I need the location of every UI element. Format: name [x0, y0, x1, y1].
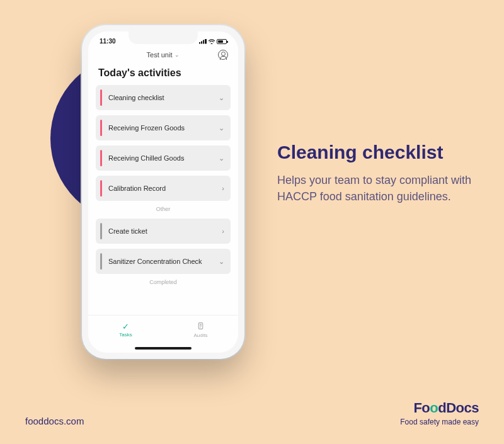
phone-mockup: 11:30 Test unit ⌄ Today's activities Cle… [82, 25, 244, 359]
footer-brand: FoodDocs Food safety made easy [400, 400, 479, 426]
chevron-down-icon: ⌄ [219, 258, 224, 266]
chevron-right-icon: › [222, 227, 224, 235]
marketing-title: Cleaning checklist [277, 142, 479, 163]
chevron-down-icon: ⌄ [219, 124, 224, 132]
item-label: Cleaning checklist [108, 94, 219, 101]
accent-bar [100, 180, 102, 196]
app-header: Test unit ⌄ [88, 46, 238, 62]
page-title: Today's activities [88, 62, 238, 85]
unit-label: Test unit [147, 51, 173, 59]
accent-bar [100, 150, 102, 166]
activity-item-sanitizer-check[interactable]: Sanitizer Concentration Check ⌄ [96, 249, 231, 274]
tab-label: Audits [193, 333, 207, 338]
marketing-body: Helps your team to stay compliant with H… [277, 172, 479, 205]
item-label: Receiving Frozen Goods [108, 124, 219, 132]
status-time: 11:30 [100, 38, 116, 45]
section-completed-label: Completed [96, 279, 231, 285]
home-indicator[interactable] [88, 344, 238, 353]
profile-icon[interactable] [218, 50, 228, 60]
brand-logo: FoodDocs [400, 400, 479, 416]
activity-list: Cleaning checklist ⌄ Receiving Frozen Go… [88, 85, 238, 315]
activity-item-cleaning-checklist[interactable]: Cleaning checklist ⌄ [96, 85, 231, 110]
tab-audits[interactable]: Audits [163, 316, 238, 344]
item-label: Calibration Record [108, 185, 222, 192]
item-label: Sanitizer Concentration Check [108, 258, 219, 265]
section-other-label: Other [96, 206, 231, 212]
wifi-icon [209, 39, 215, 44]
tab-tasks[interactable]: ✓ Tasks [88, 316, 163, 344]
accent-bar [100, 223, 102, 239]
activity-item-receiving-frozen[interactable]: Receiving Frozen Goods ⌄ [96, 115, 231, 140]
unit-selector[interactable]: Test unit ⌄ [147, 51, 180, 59]
accent-bar [100, 89, 102, 106]
battery-icon [217, 39, 227, 44]
footer-url: fooddocs.com [25, 416, 84, 426]
item-label: Create ticket [108, 227, 222, 235]
chevron-down-icon: ⌄ [219, 94, 224, 102]
clipboard-icon [197, 322, 205, 331]
tab-label: Tasks [119, 332, 132, 338]
marketing-copy: Cleaning checklist Helps your team to st… [277, 142, 479, 205]
phone-screen: 11:30 Test unit ⌄ Today's activities Cle… [88, 31, 238, 353]
bottom-nav: ✓ Tasks Audits [88, 315, 238, 344]
accent-bar [100, 253, 102, 270]
check-icon: ✓ [122, 322, 129, 331]
chevron-down-icon: ⌄ [175, 52, 180, 58]
brand-tagline: Food safety made easy [400, 418, 479, 426]
activity-item-receiving-chilled[interactable]: Receiving Chilled Goods ⌄ [96, 145, 231, 171]
chevron-down-icon: ⌄ [219, 154, 224, 162]
accent-bar [100, 120, 102, 136]
activity-item-create-ticket[interactable]: Create ticket › [96, 219, 231, 244]
footer: fooddocs.com FoodDocs Food safety made e… [25, 400, 479, 426]
phone-notch [129, 31, 198, 44]
activity-item-calibration[interactable]: Calibration Record › [96, 176, 231, 201]
chevron-right-icon: › [222, 185, 224, 192]
item-label: Receiving Chilled Goods [108, 154, 219, 162]
signal-icon [199, 39, 207, 44]
